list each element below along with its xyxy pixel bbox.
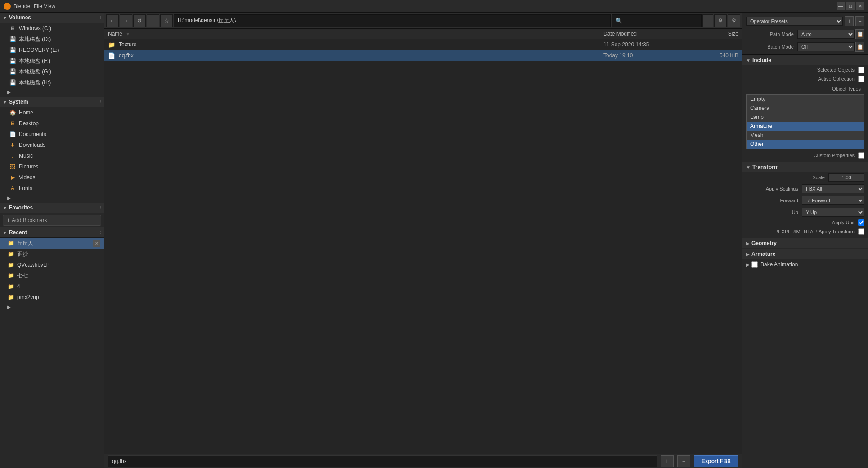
sidebar-item-documents[interactable]: 📄 Documents: [0, 129, 104, 140]
apply-scalings-select[interactable]: FBX All: [802, 184, 864, 193]
favorites-label: Favorites: [9, 204, 33, 211]
forward-button[interactable]: →: [120, 14, 132, 27]
operator-presets-select[interactable]: Operator Presets: [746, 17, 843, 26]
sidebar-item-videos[interactable]: ▶ Videos: [0, 172, 104, 183]
table-row[interactable]: 📁 Texture 11 Sep 2020 14:35: [104, 39, 742, 50]
sidebar-item-disk-f[interactable]: 💾 本地磁盘 (F:): [0, 55, 104, 66]
search-input[interactable]: [612, 14, 702, 27]
sidebar-item-music[interactable]: ♪ Music: [0, 150, 104, 161]
recent-more-btn[interactable]: ▶: [4, 304, 14, 310]
recent-item-close-0[interactable]: ✕: [93, 240, 100, 247]
refresh-button[interactable]: ↺: [133, 14, 146, 27]
filter-button[interactable]: ⚙: [714, 14, 727, 27]
sidebar-item-label: Desktop: [19, 120, 39, 127]
dropdown-item-empty[interactable]: Empty: [747, 95, 864, 104]
sidebar-item-pictures[interactable]: 🖼 Pictures: [0, 161, 104, 172]
column-name-header[interactable]: Name ▼: [108, 31, 603, 37]
path-input[interactable]: [174, 14, 611, 27]
dropdown-item-lamp[interactable]: Lamp: [747, 113, 864, 122]
column-modified-header[interactable]: Date Modified: [603, 31, 693, 37]
favorites-drag-handle: ⠿: [98, 205, 101, 210]
batch-mode-select[interactable]: Off: [797, 42, 855, 51]
sidebar-item-downloads[interactable]: ⬇ Downloads: [0, 140, 104, 150]
recent-item-2[interactable]: 📁 QVcawhbvLP: [0, 259, 104, 270]
system-list: 🏠 Home 🖥 Desktop 📄 Documents ⬇ Downloads…: [0, 107, 104, 202]
add-button[interactable]: +: [661, 455, 674, 467]
object-types-row: Object Types: [742, 83, 868, 94]
blender-icon: [4, 3, 11, 10]
recent-item-3[interactable]: 📁 七七: [0, 270, 104, 281]
apply-unit-checkbox[interactable]: [858, 219, 864, 226]
include-section-header[interactable]: ▼ Include: [742, 55, 868, 65]
geometry-section-header[interactable]: ▶ Geometry: [742, 238, 868, 248]
recent-item-label: 4: [17, 283, 20, 290]
scale-input[interactable]: [828, 173, 864, 182]
sidebar: ▼ Volumes ⠿ 🖥 Windows (C:) 💾 本地磁盘 (D:) 💾…: [0, 13, 104, 468]
favorites-section-header[interactable]: ▼ Favorites ⠿: [0, 203, 104, 213]
filename-input[interactable]: [108, 455, 657, 467]
custom-properties-checkbox[interactable]: [858, 152, 864, 159]
bake-animation-row: ▶ Bake Animation: [742, 260, 868, 269]
volumes-section: ▼ Volumes ⠿ 🖥 Windows (C:) 💾 本地磁盘 (D:) 💾…: [0, 13, 104, 96]
sidebar-item-label: 本地磁盘 (F:): [19, 57, 50, 65]
dropdown-item-other[interactable]: Other: [747, 140, 864, 149]
recent-item-1[interactable]: 📁 砸沙: [0, 249, 104, 259]
recent-section-header[interactable]: ▼ Recent ⠿: [0, 227, 104, 238]
folder-icon: 📁: [108, 41, 116, 49]
sidebar-item-fonts[interactable]: A Fonts: [0, 183, 104, 194]
sidebar-item-windows-c[interactable]: 🖥 Windows (C:): [0, 23, 104, 34]
divider: [742, 237, 868, 237]
recent-item-0[interactable]: 📁 丘丘人 ✕: [0, 238, 104, 249]
batch-mode-extra-btn[interactable]: 📋: [855, 42, 864, 52]
dropdown-item-armature[interactable]: Armature: [747, 122, 864, 131]
remove-button[interactable]: −: [677, 455, 690, 467]
add-bookmark-button[interactable]: + Add Bookmark: [3, 215, 101, 226]
toolbar: ← → ↺ ↑ ☆ ≡ ⚙ ⚙: [104, 13, 742, 29]
object-types-dropdown: Empty Camera Lamp Armature Mesh Other: [746, 94, 864, 149]
system-more-btn[interactable]: ▶: [4, 195, 14, 201]
transform-section: ▼ Transform Scale Apply Scalings FBX All: [742, 162, 868, 236]
sidebar-item-disk-d[interactable]: 💾 本地磁盘 (D:): [0, 34, 104, 45]
volumes-drag-handle: ⠿: [98, 15, 101, 20]
settings-button[interactable]: ⚙: [728, 14, 740, 27]
operator-add-button[interactable]: +: [845, 16, 854, 26]
table-row[interactable]: 📄 qq.fbx Today 19:10 540 KiB: [104, 50, 742, 61]
sidebar-item-disk-h[interactable]: 💾 本地磁盘 (H:): [0, 77, 104, 88]
bookmark-button[interactable]: ☆: [160, 14, 173, 27]
forward-select[interactable]: -Z Forward: [802, 196, 864, 205]
file-list-header: Name ▼ Date Modified Size: [104, 29, 742, 39]
recent-item-4[interactable]: 📁 4: [0, 281, 104, 292]
object-types-label: Object Types: [746, 86, 864, 91]
selected-objects-checkbox[interactable]: [858, 67, 864, 73]
dropdown-item-mesh[interactable]: Mesh: [747, 131, 864, 140]
export-fbx-button[interactable]: Export FBX: [694, 455, 738, 467]
bake-animation-checkbox[interactable]: [751, 261, 758, 268]
column-size-header[interactable]: Size: [693, 31, 738, 37]
apply-transform-checkbox[interactable]: [858, 228, 864, 235]
maximize-button[interactable]: □: [846, 2, 855, 10]
system-section-header[interactable]: ▼ System ⠿: [0, 97, 104, 107]
transform-section-header[interactable]: ▼ Transform: [742, 162, 868, 172]
view-toggle-button[interactable]: ≡: [702, 14, 713, 27]
sidebar-item-recovery-e[interactable]: 💾 RECOVERY (E:): [0, 45, 104, 55]
sidebar-item-disk-g[interactable]: 💾 本地磁盘 (G:): [0, 66, 104, 77]
file-date: 11 Sep 2020 14:35: [603, 41, 693, 48]
recent-item-5[interactable]: 📁 pmx2vup: [0, 292, 104, 303]
recent-list: 📁 丘丘人 ✕ 📁 砸沙 📁 QVcawhbvLP 📁 七七 📁: [0, 238, 104, 311]
up-select[interactable]: Y Up: [802, 208, 864, 217]
active-collection-checkbox[interactable]: [858, 76, 864, 82]
parent-button[interactable]: ↑: [147, 14, 159, 27]
close-button[interactable]: ✕: [856, 2, 864, 10]
armature-section-header[interactable]: ▶ Armature: [742, 249, 868, 259]
back-button[interactable]: ←: [106, 14, 119, 27]
fonts-icon: A: [9, 185, 16, 192]
minimize-button[interactable]: —: [837, 2, 845, 10]
volumes-section-header[interactable]: ▼ Volumes ⠿: [0, 13, 104, 23]
path-mode-extra-btn[interactable]: 📋: [855, 29, 864, 39]
sidebar-item-desktop[interactable]: 🖥 Desktop: [0, 118, 104, 129]
dropdown-item-camera[interactable]: Camera: [747, 104, 864, 113]
path-mode-select[interactable]: Auto: [797, 30, 855, 39]
sidebar-item-home[interactable]: 🏠 Home: [0, 107, 104, 118]
operator-remove-button[interactable]: −: [855, 16, 864, 26]
volumes-more-btn[interactable]: ▶: [4, 89, 14, 95]
